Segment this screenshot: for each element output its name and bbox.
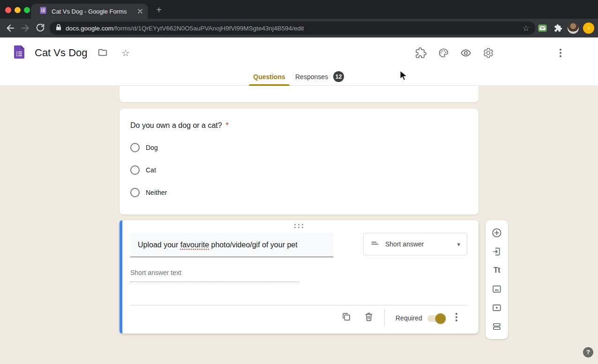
url-text: docs.google.com/forms/d/1QrEYytV662N0O5a… [66, 25, 519, 32]
extensions-puzzle-icon[interactable] [554, 24, 562, 34]
card-footer-divider [130, 305, 467, 305]
option-label: Dog [146, 144, 158, 151]
option-label: Cat [146, 166, 156, 174]
selected-card-indicator [120, 220, 122, 334]
responses-count-badge: 12 [333, 71, 344, 82]
questions-tab-label: Questions [253, 73, 285, 81]
reload-button[interactable] [35, 22, 46, 34]
question-title: Do you own a dog or a cat?* [130, 121, 229, 130]
option-label: Neither [146, 189, 167, 196]
responses-tab-label: Responses [295, 73, 328, 81]
chevron-down-icon: ▾ [457, 241, 460, 248]
preview-eye-icon[interactable] [460, 47, 471, 59]
add-video-icon[interactable] [491, 302, 503, 314]
forward-button[interactable] [20, 22, 31, 34]
question-title-input[interactable]: Upload your favourite photo/video/gif of… [130, 233, 333, 257]
browser-toolbar: docs.google.com/forms/d/1QrEYytV662N0O5a… [0, 19, 598, 37]
import-questions-icon[interactable] [491, 245, 503, 258]
radio-option-dog[interactable]: Dog [130, 143, 158, 152]
add-image-icon[interactable] [491, 283, 503, 295]
screen: Cat Vs Dog - Google Forms + docs.google.… [0, 0, 598, 364]
insert-toolbar: Tt [486, 220, 508, 339]
move-to-folder-icon[interactable] [97, 47, 108, 59]
radio-circle-icon[interactable] [130, 165, 140, 175]
question-card-editing[interactable]: Upload your favourite photo/video/gif of… [120, 220, 478, 334]
window-zoom-button[interactable] [24, 7, 30, 13]
browser-profile-avatar[interactable] [568, 22, 579, 34]
question-more-options-icon[interactable] [451, 312, 462, 323]
tab-close-icon[interactable] [136, 7, 144, 15]
form-nav-tabs: Questions Responses 12 [0, 67, 598, 86]
title-text: photo/video/gif of your pet [209, 241, 298, 249]
url-path: /forms/d/1QrEYytV662N0O5auPVAnojH9fVl99M… [113, 25, 304, 32]
url-domain: docs.google.com [66, 25, 113, 32]
browser-tab[interactable]: Cat Vs Dog - Google Forms [31, 4, 148, 19]
radio-option-neither[interactable]: Neither [130, 188, 167, 197]
radio-circle-icon[interactable] [130, 188, 140, 197]
question-card-multiple-choice[interactable]: Do you own a dog or a cat?* Dog Cat Neit… [120, 109, 478, 215]
delete-trash-icon[interactable] [363, 311, 375, 323]
address-bar[interactable]: docs.google.com/forms/d/1QrEYytV662N0O5a… [50, 22, 535, 35]
bookmark-star-icon[interactable]: ☆ [523, 24, 530, 32]
help-icon[interactable]: ? [583, 347, 593, 357]
required-label: Required [396, 314, 422, 322]
tab-questions[interactable]: Questions [249, 67, 290, 86]
answer-placeholder: Short answer text [130, 269, 181, 276]
footer-divider-vertical [384, 310, 385, 327]
short-answer-icon [370, 238, 380, 250]
star-form-icon[interactable]: ☆ [120, 47, 131, 59]
title-text: Upload your [138, 241, 180, 249]
browser-update-icon[interactable]: ↑ [583, 22, 594, 34]
required-toggle[interactable] [427, 315, 444, 322]
question-title-text: Do you own a dog or a cat? [130, 121, 222, 129]
question-type-label: Short answer [385, 240, 424, 248]
required-asterisk: * [226, 121, 229, 129]
add-question-icon[interactable] [491, 227, 503, 239]
new-tab-button[interactable]: + [153, 4, 164, 15]
tab-title: Cat Vs Dog - Google Forms [52, 8, 136, 15]
window-close-button[interactable] [5, 7, 11, 13]
answer-preview-line: Short answer text [130, 268, 299, 282]
form-title[interactable]: Cat Vs Dog [35, 46, 88, 60]
customize-theme-palette-icon[interactable] [438, 47, 449, 59]
window-minimize-button[interactable] [15, 7, 21, 13]
previous-card-partial[interactable] [120, 86, 478, 102]
forms-logo-icon [14, 45, 24, 60]
forms-favicon-icon [39, 7, 47, 16]
duplicate-icon[interactable] [340, 311, 352, 323]
forms-header: Cat Vs Dog ☆ Send [0, 37, 598, 67]
mail-extension-icon[interactable] [538, 24, 547, 34]
title-text-misspelled: favourite [180, 241, 209, 249]
browser-tab-strip: Cat Vs Dog - Google Forms + [0, 0, 598, 19]
radio-option-cat[interactable]: Cat [130, 165, 156, 175]
drag-handle-icon[interactable] [294, 224, 304, 228]
back-button[interactable] [5, 22, 16, 34]
lock-icon [56, 24, 61, 32]
radio-circle-icon[interactable] [130, 143, 140, 152]
header-more-options-icon[interactable] [555, 47, 566, 59]
add-section-icon[interactable] [491, 320, 503, 333]
addons-puzzle-icon[interactable] [415, 47, 426, 59]
question-type-dropdown[interactable]: Short answer ▾ [363, 233, 467, 255]
tab-responses[interactable]: Responses 12 [295, 67, 344, 86]
toggle-knob[interactable] [435, 313, 446, 324]
add-title-text-icon[interactable]: Tt [491, 264, 503, 276]
settings-gear-icon[interactable] [483, 47, 494, 59]
